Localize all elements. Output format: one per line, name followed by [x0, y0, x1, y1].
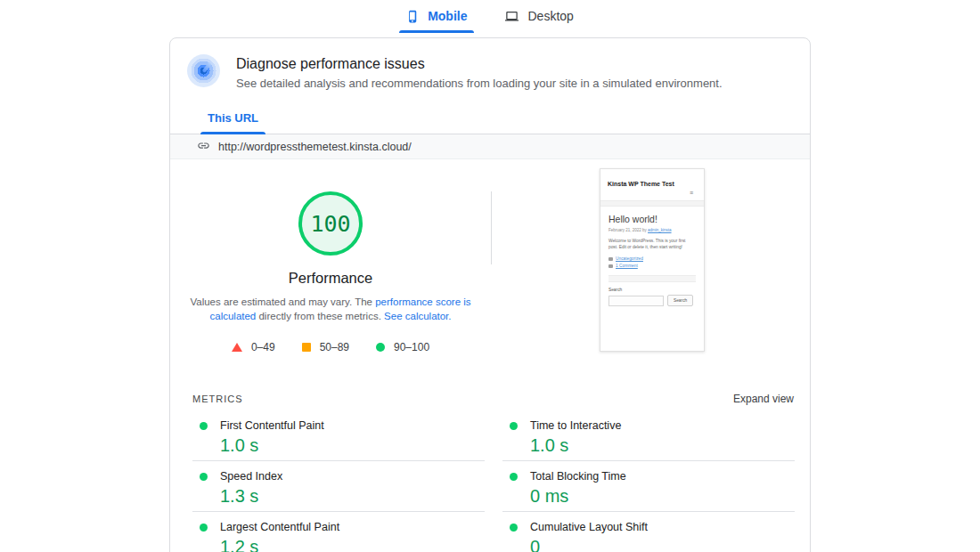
device-tab-bar: Mobile Desktop [0, 0, 980, 33]
pass-dot-icon [200, 473, 208, 481]
metrics-grid: First Contentful Paint 1.0 s Speed Index… [170, 410, 810, 552]
metric-total-blocking-time: Total Blocking Time 0 ms [502, 461, 795, 512]
report-card: Diagnose performance issues See detailed… [169, 37, 811, 552]
legend-fail-label: 0–49 [251, 341, 275, 353]
score-range-legend: 0–49 50–89 90–100 [188, 341, 473, 353]
thumb-author-link: admin_kinsta [648, 228, 672, 232]
page-title: Diagnose performance issues [236, 54, 723, 72]
page-screenshot-thumbnail[interactable]: Kinsta WP Theme Test ≡ Hello world! Febr… [600, 168, 705, 352]
metric-value: 1.0 s [530, 435, 795, 456]
page-subtitle: See detailed analysis and recommendation… [236, 77, 723, 90]
metrics-header: METRICS Expand view [170, 382, 810, 410]
metric-value: 1.0 s [220, 435, 485, 456]
tab-this-url[interactable]: This URL [206, 106, 260, 134]
see-calculator-link[interactable]: See calculator. [384, 311, 451, 321]
performance-summary: 100 Performance Values are estimated and… [170, 159, 810, 382]
thumb-comments-row: 1 Comment [608, 264, 696, 268]
metric-label: Largest Contentful Paint [220, 521, 339, 533]
pagespeed-gauge-icon [187, 54, 220, 87]
thumb-widget-divider [608, 275, 696, 282]
metric-time-to-interactive: Time to Interactive 1.0 s [502, 410, 795, 461]
pass-dot-icon [510, 473, 518, 481]
tested-url: http://wordpressthemetest.kinsta.cloud/ [218, 141, 412, 153]
desktop-laptop-icon [504, 10, 519, 23]
expand-view-button[interactable]: Expand view [733, 393, 794, 405]
green-circle-icon [376, 343, 385, 352]
pass-dot-icon [200, 422, 208, 430]
tab-desktop-label: Desktop [527, 9, 573, 23]
tab-desktop[interactable]: Desktop [497, 4, 580, 33]
orange-square-icon [302, 343, 311, 352]
folder-icon [608, 257, 613, 261]
metric-value: 1.3 s [220, 486, 485, 507]
metric-value: 1.2 s [220, 537, 485, 552]
metric-speed-index: Speed Index 1.3 s [192, 461, 485, 512]
mobile-phone-icon [406, 10, 420, 23]
url-tab-row: This URL [170, 106, 810, 134]
metric-label: Speed Index [220, 470, 282, 483]
report-header: Diagnose performance issues See detailed… [170, 38, 810, 99]
metric-label: Cumulative Layout Shift [530, 521, 648, 533]
link-icon [197, 139, 210, 155]
thumb-search-input [608, 296, 664, 306]
legend-pass-label: 90–100 [394, 341, 429, 353]
metric-label: Time to Interactive [530, 419, 621, 432]
tab-mobile-label: Mobile [428, 9, 467, 23]
thumb-meta-prefix: February 21, 2022 by [608, 228, 648, 232]
disclaimer-text-1: Values are estimated and may vary. The [190, 296, 375, 307]
metric-label: First Contentful Paint [220, 419, 324, 432]
legend-fail-range: 0–49 [232, 341, 275, 353]
performance-score-value: 100 [310, 211, 350, 237]
legend-average-range: 50–89 [302, 341, 349, 353]
thumb-comments-link: 1 Comment [616, 264, 638, 268]
thumb-search-button: Search [667, 295, 693, 306]
performance-score-gauge[interactable]: 100 [298, 191, 363, 256]
thumb-header-divider [600, 200, 704, 207]
red-triangle-icon [232, 343, 242, 352]
disclaimer-text-2: directly from these metrics. [256, 311, 384, 321]
score-disclaimer: Values are estimated and may vary. The p… [188, 295, 473, 323]
vertical-divider [491, 191, 492, 264]
metric-first-contentful-paint: First Contentful Paint 1.0 s [192, 410, 485, 461]
metrics-section-label: METRICS [192, 394, 243, 404]
thumb-category-link: Uncategorized [616, 256, 643, 261]
pass-dot-icon [510, 524, 518, 532]
metric-value: 0 [530, 537, 795, 552]
metric-label: Total Blocking Time [530, 470, 626, 483]
metric-largest-contentful-paint: Largest Contentful Paint 1.2 s [192, 512, 485, 552]
thumb-post-title: Hello world! [608, 214, 696, 224]
thumb-site-title: Kinsta WP Theme Test [608, 181, 697, 187]
thumb-category-row: Uncategorized [608, 256, 696, 261]
hamburger-icon: ≡ [608, 187, 697, 198]
metric-value: 0 ms [530, 486, 795, 507]
legend-average-label: 50–89 [320, 341, 349, 353]
pass-dot-icon [510, 422, 518, 430]
comment-icon [608, 264, 613, 268]
url-bar: http://wordpressthemetest.kinsta.cloud/ [170, 134, 810, 159]
pass-dot-icon [200, 524, 208, 532]
performance-category-label: Performance [188, 270, 473, 287]
thumb-post-meta: February 21, 2022 by admin_kinsta [608, 228, 696, 232]
thumb-search-label: Search [608, 288, 696, 292]
legend-pass-range: 90–100 [376, 341, 429, 353]
metric-cumulative-layout-shift: Cumulative Layout Shift 0 [502, 512, 795, 552]
tab-mobile[interactable]: Mobile [399, 4, 474, 33]
thumb-post-body: Welcome to WordPress. This is your first… [608, 238, 690, 250]
